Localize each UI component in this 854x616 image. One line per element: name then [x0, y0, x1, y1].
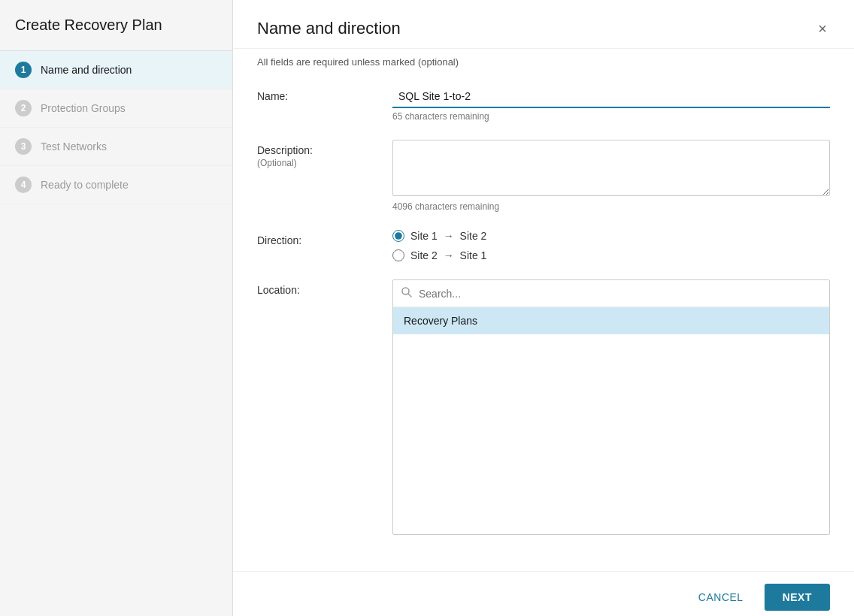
description-textarea[interactable]	[392, 140, 830, 196]
form-body: Name: 65 characters remaining Descriptio…	[233, 68, 854, 571]
close-button[interactable]: ×	[815, 18, 830, 39]
direction-radio-1[interactable]	[392, 230, 404, 242]
main-header: Name and direction ×	[233, 0, 854, 49]
search-icon	[401, 286, 413, 300]
direction-label: Direction:	[257, 230, 392, 246]
step-label-3: Test Networks	[41, 140, 107, 152]
name-row: Name: 65 characters remaining	[257, 86, 830, 122]
create-recovery-plan-modal: Create Recovery Plan 1Name and direction…	[0, 0, 854, 616]
sidebar-step-1[interactable]: 1Name and direction	[0, 51, 232, 89]
description-row: Description: (Optional) 4096 characters …	[257, 140, 830, 212]
step-num-1: 1	[15, 62, 32, 78]
sidebar-step-3[interactable]: 3Test Networks	[0, 128, 232, 166]
location-search-input[interactable]	[419, 288, 822, 300]
direction-option-2-label: Site 2 → Site 1	[410, 249, 486, 261]
page-title: Name and direction	[257, 19, 401, 38]
location-item-recovery-plans[interactable]: Recovery Plans	[393, 307, 829, 334]
direction-option-2[interactable]: Site 2 → Site 1	[392, 249, 830, 261]
svg-line-1	[408, 294, 411, 297]
name-input[interactable]	[392, 86, 830, 108]
description-field: 4096 characters remaining	[392, 140, 830, 212]
description-label: Description: (Optional)	[257, 140, 392, 168]
name-field: 65 characters remaining	[392, 86, 830, 122]
step-num-3: 3	[15, 138, 32, 155]
direction-row: Direction: Site 1 → Site 2 Site 2 → Site…	[257, 230, 830, 261]
step-label-2: Protection Groups	[41, 102, 126, 114]
step-label-4: Ready to complete	[41, 179, 129, 191]
next-button[interactable]: NEXT	[765, 584, 830, 611]
steps-list: 1Name and direction2Protection Groups3Te…	[0, 51, 232, 204]
location-box: Recovery Plans	[392, 279, 830, 535]
direction-option-1-label: Site 1 → Site 2	[410, 230, 486, 242]
direction-group: Site 1 → Site 2 Site 2 → Site 1	[392, 230, 830, 261]
step-num-4: 4	[15, 177, 32, 193]
step-label-1: Name and direction	[41, 64, 132, 76]
sidebar-step-4[interactable]: 4Ready to complete	[0, 166, 232, 204]
required-note: All fields are required unless marked (o…	[233, 49, 854, 68]
location-search-bar	[393, 280, 829, 307]
description-char-count: 4096 characters remaining	[392, 201, 830, 212]
cancel-button[interactable]: CANCEL	[686, 585, 756, 609]
location-row: Location:	[257, 279, 830, 535]
sidebar-step-2[interactable]: 2Protection Groups	[0, 89, 232, 128]
name-label: Name:	[257, 86, 392, 102]
name-char-count: 65 characters remaining	[392, 111, 830, 122]
modal-footer: CANCEL NEXT	[233, 571, 854, 616]
main-content: Name and direction × All fields are requ…	[233, 0, 854, 616]
location-field: Recovery Plans	[392, 279, 830, 535]
location-list: Recovery Plans	[393, 307, 829, 334]
step-num-2: 2	[15, 100, 32, 116]
direction-radio-2[interactable]	[392, 249, 404, 261]
sidebar: Create Recovery Plan 1Name and direction…	[0, 0, 233, 616]
location-label: Location:	[257, 279, 392, 296]
sidebar-title: Create Recovery Plan	[0, 0, 232, 51]
direction-option-1[interactable]: Site 1 → Site 2	[392, 230, 830, 242]
